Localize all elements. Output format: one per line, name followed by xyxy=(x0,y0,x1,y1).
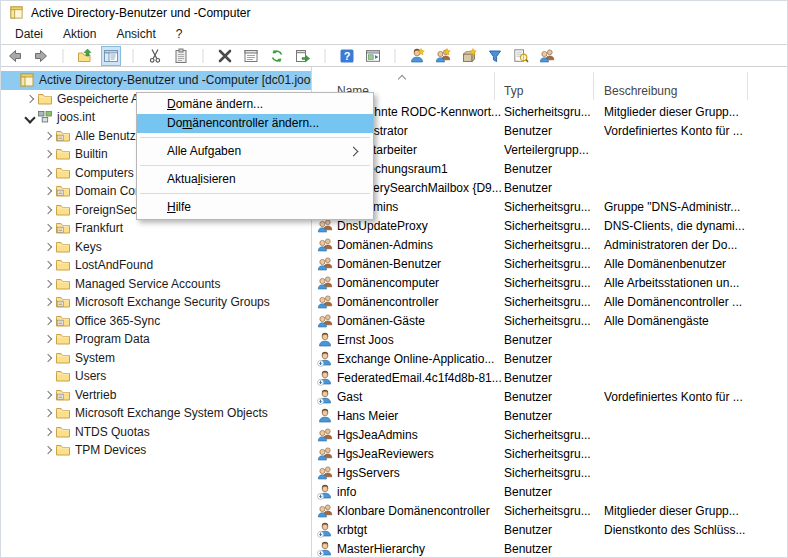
list-row[interactable]: Klonbare Domänencontroller Sicherheitsgr… xyxy=(312,502,787,521)
export-list-icon[interactable] xyxy=(294,47,312,65)
column-header-beschreibung[interactable]: Beschreibung xyxy=(604,84,677,98)
tree-expand-chevron-icon[interactable] xyxy=(41,351,55,365)
context-menu: Domäne ändern... Domänencontroller änder… xyxy=(136,92,374,220)
context-menu-item[interactable] xyxy=(137,133,373,142)
list-row[interactable]: HgsJeaAdmins Sicherheitsgru... xyxy=(312,426,787,445)
list-row[interactable]: FederatedEmail.4c1f4d8b-81... Benutzer xyxy=(312,369,787,388)
new-group-icon[interactable] xyxy=(434,47,452,65)
list-row[interactable]: Domänen-Benutzer Sicherheitsgru... Alle … xyxy=(312,255,787,274)
list-row[interactable]: Abgelehnte RODC-Kennwort... Sicherheitsg… xyxy=(312,103,787,122)
context-menu-item[interactable]: Alle Aufgaben xyxy=(137,142,373,161)
list-row[interactable]: Domänencontroller Sicherheitsgru... Alle… xyxy=(312,293,787,312)
tree-item-label: NTDS Quotas xyxy=(75,425,150,439)
tree-expand-chevron-icon[interactable] xyxy=(23,110,37,124)
list-row[interactable]: HgsServers Sicherheitsgru... xyxy=(312,464,787,483)
list-row[interactable]: HgsJeaReviewers Sicherheitsgru... xyxy=(312,445,787,464)
forward-icon[interactable] xyxy=(32,47,50,65)
tree-item[interactable]: LostAndFound xyxy=(1,256,311,275)
context-menu-item[interactable]: Aktualisieren xyxy=(137,170,373,189)
list-row[interactable]: Ernst Joos Benutzer xyxy=(312,331,787,350)
tree-expand-chevron-icon[interactable] xyxy=(41,166,55,180)
tree-expand-chevron-icon[interactable] xyxy=(41,406,55,420)
tree-expand-chevron-icon[interactable] xyxy=(41,129,55,143)
all-users-icon[interactable] xyxy=(538,47,556,65)
list-row[interactable]: MasterHierarchy Benutzer xyxy=(312,540,787,557)
tree-expand-chevron-icon[interactable] xyxy=(23,92,37,106)
paste-icon[interactable] xyxy=(172,47,190,65)
tree-item[interactable]: Frankfurt xyxy=(1,219,311,238)
context-menu-item[interactable]: Domänencontroller ändern... xyxy=(137,114,373,133)
list-row[interactable]: Domänen-Gäste Sicherheitsgru... Alle Dom… xyxy=(312,312,787,331)
new-ou-icon[interactable] xyxy=(460,47,478,65)
tree-item[interactable]: Program Data xyxy=(1,330,311,349)
tree-item[interactable]: Vertrieb xyxy=(1,386,311,405)
tree-item[interactable]: Microsoft Exchange System Objects xyxy=(1,404,311,423)
context-menu-item[interactable]: Hilfe xyxy=(137,198,373,217)
list-row[interactable]: Administrator Benutzer Vordefiniertes Ko… xyxy=(312,122,787,141)
tree-item-icon xyxy=(55,424,71,440)
list-row[interactable]: krbtgt Benutzer Dienstkonto des Schlüss.… xyxy=(312,521,787,540)
show-window-icon[interactable] xyxy=(364,47,382,65)
list-row[interactable]: Alle Mitarbeiter Verteilergrupp... xyxy=(312,141,787,160)
tree-item[interactable]: Active Directory-Benutzer und -Computer … xyxy=(1,71,311,90)
tree-expand-chevron-icon[interactable] xyxy=(41,203,55,217)
list-row[interactable]: Exchange Online-Applicatio... Benutzer xyxy=(312,350,787,369)
column-divider[interactable] xyxy=(494,72,495,100)
show-console-tree-icon[interactable] xyxy=(102,47,120,65)
delete-icon[interactable] xyxy=(216,47,234,65)
tree-expand-chevron-icon[interactable] xyxy=(41,258,55,272)
tree-item-label: TPM Devices xyxy=(75,443,146,457)
list-row[interactable]: Domänencomputer Sicherheitsgru... Alle A… xyxy=(312,274,787,293)
column-header-typ[interactable]: Typ xyxy=(504,84,523,98)
tree-expand-chevron-icon[interactable] xyxy=(41,240,55,254)
tree-item[interactable]: Users xyxy=(1,367,311,386)
tree-item[interactable]: Office 365-Sync xyxy=(1,312,311,331)
tree-item[interactable]: TPM Devices xyxy=(1,441,311,460)
tree-item[interactable]: Managed Service Accounts xyxy=(1,275,311,294)
new-user-icon[interactable] xyxy=(408,47,426,65)
object-type-icon xyxy=(317,484,333,500)
context-menu-item[interactable] xyxy=(137,161,373,170)
menubar-item[interactable]: Ansicht xyxy=(106,25,165,43)
column-divider[interactable] xyxy=(593,72,594,100)
tree-expand-chevron-icon[interactable] xyxy=(41,277,55,291)
tree-expand-chevron-icon[interactable] xyxy=(41,295,55,309)
tree-expand-chevron-icon[interactable] xyxy=(41,425,55,439)
cut-icon[interactable] xyxy=(146,47,164,65)
tree-expand-chevron-icon[interactable] xyxy=(41,443,55,457)
tree-expand-chevron-icon[interactable] xyxy=(41,221,55,235)
menubar-item[interactable]: Datei xyxy=(5,25,53,43)
column-divider[interactable] xyxy=(747,72,748,100)
refresh-icon[interactable] xyxy=(268,47,286,65)
help-icon[interactable] xyxy=(338,47,356,65)
properties-icon[interactable] xyxy=(242,47,260,65)
cell-name: FederatedEmail.4c1f4d8b-81... xyxy=(337,371,501,385)
find-icon[interactable] xyxy=(512,47,530,65)
menubar-item[interactable]: Aktion xyxy=(53,25,106,43)
tree-item[interactable]: System xyxy=(1,349,311,368)
tree-item[interactable]: Microsoft Exchange Security Groups xyxy=(1,293,311,312)
list-row[interactable]: info Benutzer xyxy=(312,483,787,502)
list-row[interactable]: DnsAdmins Sicherheitsgru... Gruppe "DNS-… xyxy=(312,198,787,217)
tree-expand-chevron-icon[interactable] xyxy=(41,388,55,402)
list-row[interactable]: Besprechungsraum1 Benutzer xyxy=(312,160,787,179)
tree-expand-chevron-icon[interactable] xyxy=(41,184,55,198)
menubar-item[interactable]: ? xyxy=(166,25,193,43)
filter-icon[interactable] xyxy=(486,47,504,65)
tree-item[interactable]: Keys xyxy=(1,238,311,257)
up-one-level-icon[interactable] xyxy=(76,47,94,65)
list-row[interactable]: DnsUpdateProxy Sicherheitsgru... DNS-Cli… xyxy=(312,217,787,236)
back-icon[interactable] xyxy=(6,47,24,65)
list-row[interactable]: DiscoverySearchMailbox {D9... Benutzer xyxy=(312,179,787,198)
list-row[interactable]: Domänen-Admins Sicherheitsgru... Adminis… xyxy=(312,236,787,255)
list-row[interactable]: Gast Benutzer Vordefiniertes Konto für .… xyxy=(312,388,787,407)
context-menu-item[interactable]: Domäne ändern... xyxy=(137,95,373,114)
tree-item-label: Users xyxy=(75,369,106,383)
object-type-icon xyxy=(317,503,333,519)
context-menu-item[interactable] xyxy=(137,189,373,198)
tree-expand-chevron-icon[interactable] xyxy=(41,332,55,346)
tree-item[interactable]: NTDS Quotas xyxy=(1,423,311,442)
list-row[interactable]: Hans Meier Benutzer xyxy=(312,407,787,426)
tree-expand-chevron-icon[interactable] xyxy=(41,147,55,161)
tree-expand-chevron-icon[interactable] xyxy=(41,314,55,328)
